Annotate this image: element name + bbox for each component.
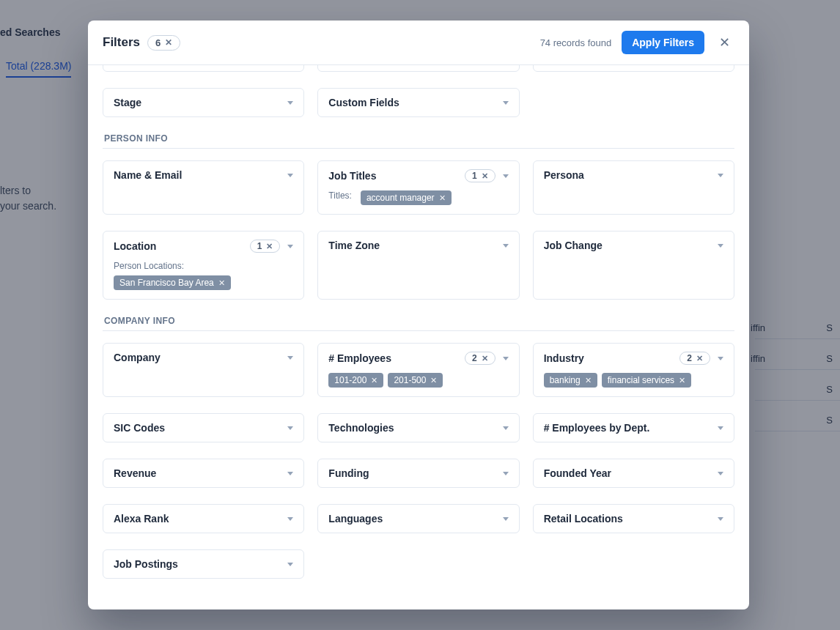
- filter-title-stage: Stage: [114, 97, 141, 108]
- filter-title-retail-locations: Retail Locations: [544, 513, 623, 525]
- filter-card-blank[interactable]: [533, 65, 734, 72]
- filter-title-company: Company: [114, 352, 161, 363]
- records-found-text: 74 records found: [540, 37, 612, 48]
- remove-chip-icon[interactable]: ✕: [679, 377, 685, 385]
- chevron-down-icon: [287, 245, 293, 248]
- filter-title-alexa-rank: Alexa Rank: [114, 513, 169, 525]
- filter-title-sic-codes: SIC Codes: [114, 422, 165, 434]
- filter-count-industry: 2: [687, 353, 692, 363]
- chevron-down-icon: [718, 517, 723, 521]
- chip-label: financial services: [608, 375, 674, 385]
- chevron-down-icon: [503, 517, 509, 521]
- filter-card-industry[interactable]: Industry 2 ✕ banking ✕: [533, 343, 734, 397]
- filter-card-blank[interactable]: [103, 65, 304, 72]
- filter-title-job-titles: Job Titles: [328, 170, 376, 182]
- filter-title-funding: Funding: [328, 467, 369, 479]
- filter-card-funding[interactable]: Funding: [317, 459, 519, 488]
- filters-modal-title-group: Filters 6 ✕: [103, 35, 180, 51]
- filter-title-employees-dept: # Employees by Dept.: [544, 422, 650, 434]
- filters-modal-title: Filters: [103, 35, 140, 50]
- chip-label: banking: [550, 375, 581, 385]
- chip-financial-services[interactable]: financial services ✕: [602, 373, 691, 388]
- close-modal-button[interactable]: ✕: [715, 33, 734, 52]
- filter-card-employees-dept[interactable]: # Employees by Dept.: [533, 413, 734, 442]
- chip-label: San Francisco Bay Area: [119, 278, 214, 288]
- filter-card-custom-fields[interactable]: Custom Fields: [317, 88, 519, 117]
- filter-body-location: Person Locations: San Francisco Bay Area…: [103, 261, 303, 299]
- chevron-down-icon: [287, 101, 293, 105]
- chevron-down-icon: [287, 563, 293, 566]
- filter-card-time-zone[interactable]: Time Zone: [317, 231, 519, 300]
- filter-title-languages: Languages: [328, 513, 383, 525]
- filter-card-revenue[interactable]: Revenue: [103, 459, 304, 488]
- chip-label: account manager: [366, 193, 435, 203]
- apply-filters-button[interactable]: Apply Filters: [622, 31, 704, 54]
- filter-card-persona[interactable]: Persona: [533, 160, 734, 215]
- filter-count-job-titles: 1: [472, 171, 477, 181]
- filter-card-sic-codes[interactable]: SIC Codes: [103, 413, 304, 442]
- filter-body-job-titles: Titles: account manager ✕: [318, 190, 518, 214]
- filter-count-badge-job-titles[interactable]: 1 ✕: [465, 169, 495, 182]
- remove-chip-icon[interactable]: ✕: [430, 377, 437, 385]
- clear-all-filters-icon[interactable]: ✕: [165, 38, 172, 47]
- filter-count-location: 1: [257, 241, 262, 251]
- filter-title-custom-fields: Custom Fields: [328, 97, 399, 108]
- filter-card-name-email[interactable]: Name & Email: [103, 160, 304, 215]
- filter-card-blank[interactable]: [317, 65, 519, 72]
- filter-card-job-titles[interactable]: Job Titles 1 ✕ Titles: account manager: [317, 160, 519, 215]
- filter-body-employees: 101-200 ✕ 201-500 ✕: [318, 373, 518, 396]
- remove-chip-icon[interactable]: ✕: [371, 377, 377, 385]
- chevron-down-icon: [287, 174, 293, 177]
- chevron-down-icon: [503, 472, 509, 475]
- filters-modal-header: Filters 6 ✕ 74 records found Apply Filte…: [88, 21, 749, 65]
- filter-card-company[interactable]: Company: [103, 343, 304, 397]
- chip-label: 201-500: [394, 375, 426, 385]
- filter-card-retail-locations[interactable]: Retail Locations: [533, 504, 734, 533]
- filter-card-technologies[interactable]: Technologies: [317, 413, 519, 442]
- filter-title-industry: Industry: [544, 352, 584, 364]
- filter-sublabel-titles: Titles:: [328, 190, 352, 201]
- clear-filter-icon[interactable]: ✕: [696, 355, 703, 363]
- filter-title-job-postings: Job Postings: [114, 558, 178, 570]
- filter-card-job-change[interactable]: Job Change: [533, 231, 734, 300]
- filter-card-alexa-rank[interactable]: Alexa Rank: [103, 504, 304, 533]
- chevron-down-icon: [287, 426, 293, 430]
- chip-sf-bay-area[interactable]: San Francisco Bay Area ✕: [114, 275, 231, 290]
- filter-title-time-zone: Time Zone: [328, 240, 380, 251]
- section-divider: [103, 330, 734, 331]
- clear-filter-icon[interactable]: ✕: [482, 355, 488, 363]
- filters-modal-body[interactable]: Stage Custom Fields PERSON INFO Name & E…: [88, 65, 749, 609]
- filter-title-employees: # Employees: [328, 352, 391, 364]
- chip-account-manager[interactable]: account manager ✕: [361, 190, 452, 205]
- filter-count-badge-industry[interactable]: 2 ✕: [679, 352, 710, 365]
- chip-201-500[interactable]: 201-500 ✕: [388, 373, 443, 388]
- clear-filter-icon[interactable]: ✕: [482, 172, 488, 180]
- filter-card-location[interactable]: Location 1 ✕ Person Locations: San Franc…: [103, 231, 304, 300]
- filter-card-stage[interactable]: Stage: [103, 88, 304, 117]
- filter-card-employees[interactable]: # Employees 2 ✕ 101-200 ✕: [317, 343, 519, 397]
- filter-card-job-postings[interactable]: Job Postings: [103, 549, 304, 579]
- remove-chip-icon[interactable]: ✕: [218, 279, 225, 287]
- filter-title-technologies: Technologies: [328, 422, 394, 434]
- active-filters-count: 6: [155, 37, 161, 48]
- filter-body-industry: banking ✕ financial services ✕: [534, 373, 734, 396]
- filter-card-founded-year[interactable]: Founded Year: [533, 459, 734, 488]
- clear-filter-icon[interactable]: ✕: [266, 242, 273, 251]
- close-icon: ✕: [719, 35, 730, 50]
- chip-101-200[interactable]: 101-200 ✕: [328, 373, 383, 388]
- filter-title-job-change: Job Change: [544, 240, 603, 251]
- filter-count-badge-employees[interactable]: 2 ✕: [465, 352, 495, 365]
- filter-count-badge-location[interactable]: 1 ✕: [250, 240, 281, 253]
- chip-banking[interactable]: banking ✕: [544, 373, 597, 388]
- chevron-down-icon: [287, 356, 293, 360]
- filter-card-languages[interactable]: Languages: [317, 504, 519, 533]
- remove-chip-icon[interactable]: ✕: [439, 194, 446, 202]
- chevron-down-icon: [718, 174, 723, 177]
- section-label-company-info: COMPANY INFO: [104, 316, 734, 326]
- chevron-down-icon: [718, 472, 723, 475]
- chevron-down-icon: [287, 517, 293, 521]
- chevron-down-icon: [718, 244, 723, 248]
- section-label-person-info: PERSON INFO: [104, 133, 734, 144]
- active-filters-badge[interactable]: 6 ✕: [147, 35, 180, 51]
- remove-chip-icon[interactable]: ✕: [585, 377, 592, 385]
